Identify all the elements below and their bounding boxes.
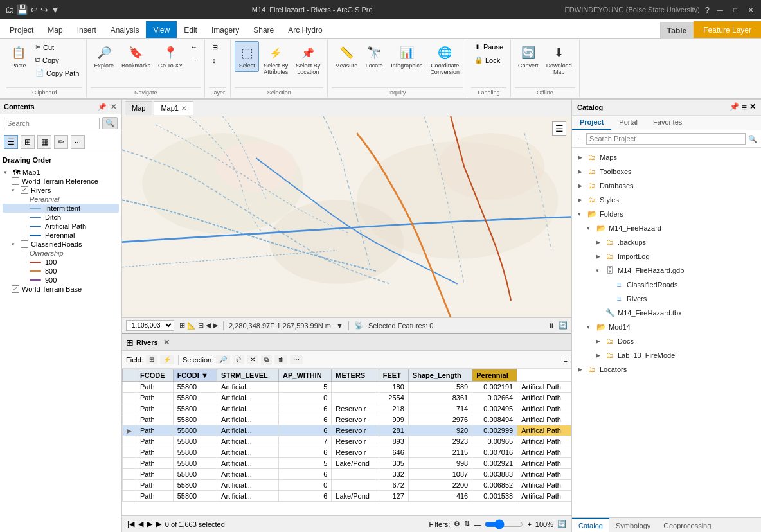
table-row[interactable]: Path 55800 Artificial... 6 Lake/Pond 127… — [123, 491, 571, 502]
first-record-btn[interactable]: |◀ — [127, 520, 134, 528]
toggle-more[interactable]: ··· — [71, 135, 85, 149]
btn-paste[interactable]: 📋 Paste — [6, 41, 31, 72]
btn-locate[interactable]: 🔭 Locate — [362, 41, 386, 72]
next-record-btn[interactable]: ▶ — [156, 520, 161, 528]
map-layers-toggle[interactable]: ☰ — [552, 121, 566, 136]
close-btn[interactable]: ✕ — [746, 4, 756, 15]
catalog-item-styles[interactable]: ▶ 🗂 Styles — [572, 193, 761, 207]
catalog-item-gdb[interactable]: ▾ 🗄 M14_FireHazard.gdb — [572, 263, 761, 278]
tab-edit[interactable]: Edit — [177, 21, 204, 38]
zoom-plus[interactable]: + — [527, 520, 531, 528]
world-terrain-base-checkbox[interactable]: ✓ — [12, 285, 19, 293]
ruler-icon[interactable]: 📐 — [187, 321, 196, 330]
tab-insert[interactable]: Insert — [70, 21, 103, 38]
grid2-icon[interactable]: ⊟ — [198, 321, 204, 330]
tab-analysis[interactable]: Analysis — [103, 21, 147, 38]
btn-coord-conversion[interactable]: 🌐 CoordinateConversion — [427, 41, 463, 78]
grid-icon[interactable]: ⊞ — [179, 321, 185, 330]
btn-download-map[interactable]: ⬇ DownloadMap — [543, 41, 575, 78]
tab-view[interactable]: View — [146, 21, 177, 38]
col-perennial[interactable]: Perennial — [472, 369, 517, 382]
tab-arc-hydro[interactable]: Arc Hydro — [281, 21, 329, 38]
help-icon[interactable]: ? — [705, 5, 710, 15]
map-view[interactable]: ☰ — [122, 116, 571, 317]
catalog-item-mod14[interactable]: ▾ 📂 Mod14 — [572, 320, 761, 334]
world-terrain-ref-checkbox[interactable] — [12, 177, 19, 185]
tree-item-rivers[interactable]: ▾ ✓ Rivers — [3, 186, 119, 195]
btn-sel-zoom[interactable]: 🔎 — [216, 355, 230, 364]
catalog-search-input[interactable] — [586, 133, 746, 145]
bottom-tab-symbology[interactable]: Symbology — [609, 518, 657, 532]
catalog-back-btn[interactable]: ← — [576, 134, 584, 143]
toggle-list[interactable]: ☰ — [4, 135, 18, 149]
catalog-item-classified-roads[interactable]: ≡ ClassifiedRoads — [572, 278, 761, 292]
table-row[interactable]: Path 55800 Artificial... 0 672 2200 0.00… — [123, 480, 571, 491]
catalog-item-rivers-gdb[interactable]: ≡ Rivers — [572, 292, 761, 306]
table-row[interactable]: Path 55800 Artificial... 6 Reservoir 909… — [123, 414, 571, 425]
col-ap[interactable]: AP_WITHIN — [279, 369, 332, 382]
zoom-slider[interactable] — [485, 519, 523, 529]
btn-pause[interactable]: ⏸ Pause — [471, 41, 506, 53]
catalog-pin-icon[interactable]: 📌 — [730, 102, 739, 112]
btn-field-add[interactable]: ⊞ — [146, 355, 157, 364]
refresh-map-icon[interactable]: 🔄 — [559, 321, 568, 330]
catalog-item-databases[interactable]: ▶ 🗂 Databases — [572, 179, 761, 193]
toggle-grid2[interactable]: ▦ — [37, 135, 51, 149]
col-shape[interactable]: Shape_Length — [408, 369, 472, 382]
tree-item-map1[interactable]: ▾ 🗺 Map1 — [3, 168, 119, 177]
tree-item-world-terrain-ref[interactable]: World Terrain Reference — [3, 177, 119, 186]
catalog-item-toolboxes[interactable]: ▶ 🗂 Toolboxes — [572, 164, 761, 179]
map-tab-map[interactable]: Map — [125, 101, 152, 115]
catalog-item-importlog[interactable]: ▶ 🗂 ImportLog — [572, 249, 761, 263]
minimize-btn[interactable]: — — [715, 4, 725, 15]
catalog-item-tbx[interactable]: 🔧 M14_FireHazard.tbx — [572, 306, 761, 320]
btn-layer-add[interactable]: ⊞ — [209, 41, 221, 53]
catalog-tab-portal[interactable]: Portal — [611, 116, 645, 130]
catalog-item-locators[interactable]: ▶ 🗂 Locators — [572, 362, 761, 377]
tree-item-artificial-path[interactable]: Artificial Path — [3, 222, 119, 231]
filter-icon2[interactable]: ⇅ — [464, 520, 470, 528]
tab-table[interactable]: Table — [660, 22, 694, 39]
btn-sel-switch[interactable]: ⇄ — [233, 355, 244, 364]
table-row[interactable]: Path 55800 Artificial... 5 Lake/Pond 305… — [123, 458, 571, 469]
catalog-menu-icon[interactable]: ≡ — [742, 102, 747, 112]
toggle-grid1[interactable]: ⊞ — [21, 135, 35, 149]
btn-select-attributes[interactable]: ⚡ Select ByAttributes — [260, 41, 291, 78]
table-row[interactable]: Path 55800 Artificial... 5 180 589 0.002… — [123, 382, 571, 393]
contents-search-button[interactable]: 🔍 — [102, 117, 118, 129]
roads-checkbox[interactable] — [21, 240, 28, 248]
col-strm[interactable]: STRM_LEVEL — [217, 369, 279, 382]
col-fcode[interactable]: FCODE — [136, 369, 174, 382]
catalog-item-backups[interactable]: ▶ 🗂 .backups — [572, 235, 761, 249]
btn-explore[interactable]: 🔎 Explore — [91, 41, 117, 72]
tab-share[interactable]: Share — [246, 21, 281, 38]
btn-lock[interactable]: 🔒 Lock — [471, 54, 506, 66]
btn-forward[interactable]: → — [187, 54, 201, 66]
catalog-close-icon[interactable]: ✕ — [749, 102, 756, 112]
pause-map-icon[interactable]: ⏸ — [548, 322, 555, 330]
arrow-left-icon[interactable]: ◀ — [206, 321, 211, 330]
coord-units-select[interactable]: ▼ — [336, 322, 343, 330]
tree-item-100[interactable]: 100 — [3, 258, 119, 267]
table-menu-btn[interactable]: ≡ — [564, 356, 568, 364]
table-row[interactable]: ▶ Path 55800 Artificial... 6 Reservoir 2… — [123, 425, 571, 436]
col-type[interactable] — [123, 369, 136, 382]
table-close-btn[interactable]: ✕ — [163, 338, 170, 347]
filter-icon[interactable]: ⚙ — [454, 520, 460, 528]
tab-project[interactable]: Project — [3, 21, 40, 38]
tab-imagery[interactable]: Imagery — [204, 21, 246, 38]
btn-sel-copy[interactable]: ⧉ — [261, 355, 272, 365]
tab-feature-layer[interactable]: Feature Layer — [694, 21, 761, 38]
table-row[interactable]: Path 55800 Artificial... 0 2554 8361 0.0… — [123, 393, 571, 403]
tree-item-intermittent[interactable]: Intermittent — [3, 204, 119, 213]
tree-item-classified-roads[interactable]: ▾ ClassifiedRoads — [3, 240, 119, 249]
col-fcodi[interactable]: FCODI ▼ — [173, 369, 217, 382]
btn-convert[interactable]: 🔄 Convert — [515, 41, 542, 72]
tab-map[interactable]: Map — [40, 21, 69, 38]
col-feet[interactable]: FEET — [379, 369, 408, 382]
btn-bookmarks[interactable]: 🔖 Bookmarks — [118, 41, 154, 72]
btn-cut[interactable]: ✂Cut — [32, 41, 82, 53]
btn-back[interactable]: ← — [187, 41, 201, 53]
btn-field-calc[interactable]: ⚡ — [160, 355, 174, 364]
tree-item-world-terrain-base[interactable]: ✓ World Terrain Base — [3, 285, 119, 294]
